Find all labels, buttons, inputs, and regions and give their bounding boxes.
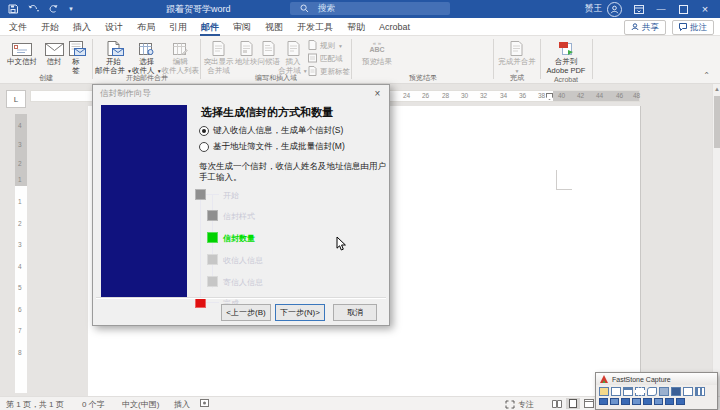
rules-icon: [308, 40, 317, 52]
output-option-icon[interactable]: [665, 398, 674, 405]
group-write-insert: 突出显示 合并域 地址块 问候语 插入 合并域 ▼: [202, 36, 350, 83]
labels-icon: [69, 39, 83, 56]
vertical-scrollbar[interactable]: ▲: [712, 84, 720, 396]
text-boundary-mark: [556, 189, 572, 190]
capture-fullscreen-icon[interactable]: [659, 387, 669, 396]
tab-acrobat[interactable]: Acrobat: [372, 18, 417, 36]
share-button[interactable]: 共享: [624, 20, 666, 35]
tab-file[interactable]: 文件: [2, 18, 34, 36]
tab-layout[interactable]: 布局: [130, 18, 162, 36]
output-option-icon[interactable]: [621, 398, 630, 405]
read-mode-icon[interactable]: [550, 398, 564, 409]
collapse-ribbon-icon[interactable]: ⌃: [703, 71, 710, 80]
search-input[interactable]: 搜索: [290, 2, 450, 15]
focus-mode-button[interactable]: 专注: [505, 399, 534, 410]
language-indicator[interactable]: 中文(中国): [122, 399, 159, 410]
capture-fixed-region-icon[interactable]: [683, 387, 693, 396]
tab-mailings[interactable]: 邮件: [194, 18, 226, 36]
group-separator: [351, 39, 352, 79]
envelope-button[interactable]: 信封: [42, 36, 66, 67]
capture-scrolling-icon[interactable]: [671, 387, 681, 396]
maximize-button[interactable]: [672, 0, 694, 18]
start-mail-merge-icon: [107, 39, 120, 56]
radio-batch-envelope[interactable]: 基于地址簿文件，生成批量信封(M): [199, 141, 345, 153]
capture-active-window-icon[interactable]: [611, 387, 621, 396]
output-option-icon[interactable]: [599, 398, 608, 405]
word-count[interactable]: 0 个字: [82, 399, 105, 410]
tab-home[interactable]: 开始: [34, 18, 66, 36]
faststone-title-bar[interactable]: FastStone Capture: [596, 373, 717, 385]
capture-open-icon[interactable]: [599, 387, 609, 396]
tab-developer[interactable]: 开发工具: [290, 18, 340, 36]
capture-video-icon[interactable]: [695, 387, 705, 396]
radio-single-envelope[interactable]: 键入收信人信息，生成单个信封(S): [199, 125, 343, 137]
macro-record-icon[interactable]: [200, 399, 209, 409]
group-label-acrobat: Acrobat: [542, 76, 590, 83]
output-option-icon[interactable]: [632, 398, 641, 405]
minimize-button[interactable]: —: [650, 0, 672, 18]
vertical-ruler[interactable]: 4 3 2 1 1 2 3 4 5 6 7 8: [15, 114, 27, 393]
tab-references[interactable]: 引用: [162, 18, 194, 36]
scroll-up-icon[interactable]: ▲: [714, 86, 720, 92]
step-sender-info: 寄信人信息: [223, 277, 263, 288]
dialog-close-icon[interactable]: ×: [370, 87, 385, 100]
web-layout-icon[interactable]: [582, 398, 596, 409]
output-option-icon[interactable]: [610, 398, 619, 405]
undo-icon[interactable]: [27, 4, 39, 14]
page-indicator[interactable]: 第 1 页，共 1 页: [6, 399, 64, 410]
print-layout-icon[interactable]: [566, 398, 580, 409]
back-button[interactable]: <上一步(B): [221, 304, 271, 321]
ribbon-display-options-icon[interactable]: [628, 0, 650, 18]
save-icon[interactable]: [8, 4, 18, 14]
preview-results-icon: « » ABC: [369, 39, 384, 56]
radio-unselected-icon: [199, 142, 209, 152]
capture-window-icon[interactable]: [623, 387, 633, 396]
merge-to-adobe-pdf-button[interactable]: 合并到 Adobe PDF: [542, 36, 590, 75]
tab-insert[interactable]: 插入: [66, 18, 98, 36]
step-recipient-info: 收信人信息: [223, 255, 263, 266]
qat-customize-icon[interactable]: ▼: [68, 6, 74, 12]
cancel-button[interactable]: 取消: [333, 304, 377, 321]
chinese-envelope-button[interactable]: 中文信封: [2, 36, 42, 67]
insert-mode-indicator[interactable]: 插入: [174, 399, 190, 410]
right-indent-marker[interactable]: [546, 93, 553, 100]
group-label-preview: 预览结果: [354, 73, 492, 83]
output-option-icon[interactable]: [643, 398, 652, 405]
select-recipients-button[interactable]: 选择 收件人 ▼: [132, 36, 162, 75]
tab-stop-selector[interactable]: L: [6, 90, 26, 108]
group-start-mail-merge: 开始 邮件合并 ▼ 选择 收件人 ▼ 编辑 收件人列表 开始邮件合并: [95, 36, 199, 83]
adobe-pdf-icon: [558, 39, 574, 56]
capture-rectangle-icon[interactable]: [635, 387, 645, 396]
capture-freehand-icon[interactable]: [647, 387, 657, 396]
finish-merge-button: 完成并合并 ▼: [496, 36, 538, 75]
search-placeholder: 搜索: [318, 3, 335, 15]
scrollbar-thumb[interactable]: [714, 96, 720, 148]
tab-help[interactable]: 帮助: [340, 18, 372, 36]
insert-merge-field-icon: [287, 39, 300, 56]
avatar[interactable]: [607, 2, 622, 17]
output-option-icon[interactable]: [654, 398, 663, 405]
tab-review[interactable]: 审阅: [226, 18, 258, 36]
labels-button[interactable]: 标 签: [66, 36, 86, 75]
comments-button[interactable]: 批注: [672, 20, 714, 35]
match-fields-button: 匹配域: [308, 52, 350, 65]
group-label-write: 编写和插入域: [202, 73, 350, 83]
next-button[interactable]: 下一步(N)>: [275, 304, 325, 321]
group-create: 中文信封 信封 标 签 创建: [2, 36, 90, 83]
user-name[interactable]: 赟王: [585, 3, 602, 15]
envelope-icon: [45, 39, 64, 56]
title-bar-controls: 赟王 — ×: [585, 0, 716, 18]
tab-design[interactable]: 设计: [98, 18, 130, 36]
step-envelope-quantity: 信封数量: [223, 233, 255, 244]
ribbon-tab-row: 文件 开始 插入 设计 布局 引用 邮件 审阅 视图 开发工具 帮助 Acrob…: [0, 18, 720, 36]
close-button[interactable]: ×: [694, 0, 716, 18]
group-finish: 完成并合并 ▼ 完成: [496, 36, 538, 83]
output-option-icon[interactable]: [676, 398, 685, 405]
start-mail-merge-button[interactable]: 开始 邮件合并 ▼: [95, 36, 132, 75]
tab-view[interactable]: 视图: [258, 18, 290, 36]
group-separator: [493, 39, 494, 79]
redo-icon[interactable]: [48, 4, 59, 14]
step-square-recipient: [207, 254, 218, 265]
highlight-merge-fields-button: 突出显示 合并域: [202, 36, 235, 75]
faststone-logo-icon: [600, 375, 608, 384]
